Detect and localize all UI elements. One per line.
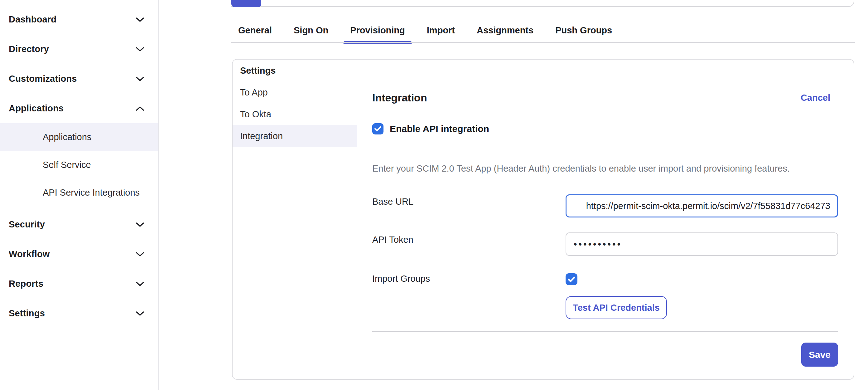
tab-general[interactable]: General — [231, 18, 279, 42]
sidebar-item-label: Applications — [9, 103, 64, 114]
sidebar-item-dashboard[interactable]: Dashboard — [0, 5, 158, 34]
chevron-down-icon — [135, 17, 144, 22]
base-url-input[interactable] — [565, 194, 838, 217]
import-groups-label: Import Groups — [372, 273, 565, 284]
sidebar-item-label: Security — [9, 219, 45, 230]
provisioning-card: Settings To App To Okta Integration Inte… — [232, 59, 854, 380]
sidebar: Dashboard Directory Customizations Appli… — [0, 0, 159, 390]
scrolled-header-bottom-edge — [231, 0, 854, 7]
sidebar-item-label: Workflow — [9, 249, 50, 259]
chevron-down-icon — [135, 281, 144, 287]
enable-api-integration-label: Enable API integration — [390, 124, 489, 134]
save-button[interactable]: Save — [801, 342, 838, 367]
sidebar-subitem-label: Self Service — [43, 160, 91, 170]
tab-assignments[interactable]: Assignments — [470, 18, 540, 42]
sidebar-item-customizations[interactable]: Customizations — [0, 64, 158, 94]
sidebar-item-workflow[interactable]: Workflow — [0, 239, 158, 269]
page-title: Integration — [372, 92, 427, 104]
sidebar-subitem-api-service-integrations[interactable]: API Service Integrations — [0, 179, 158, 207]
base-url-row: Base URL — [372, 194, 838, 217]
enable-api-integration-row: Enable API integration — [372, 123, 838, 134]
chevron-down-icon — [135, 222, 144, 227]
sidebar-subitem-label: Applications — [43, 132, 91, 142]
sidebar-item-applications[interactable]: Applications — [0, 94, 158, 123]
import-groups-row: Import Groups — [372, 273, 838, 285]
test-api-credentials-button[interactable]: Test API Credentials — [565, 296, 667, 319]
app-tab-bar: General Sign On Provisioning Import Assi… — [231, 18, 619, 42]
sidebar-subitem-self-service[interactable]: Self Service — [0, 151, 158, 179]
api-token-label: API Token — [372, 228, 565, 251]
test-credentials-row: Test API Credentials — [372, 296, 838, 319]
spacer — [372, 292, 565, 315]
sidebar-item-label: Customizations — [9, 73, 77, 84]
sidebar-subitem-label: API Service Integrations — [43, 187, 140, 198]
settings-nav-header: Settings — [232, 60, 357, 82]
form-footer-divider — [372, 331, 838, 332]
import-groups-checkbox[interactable] — [565, 273, 578, 285]
tab-sign-on[interactable]: Sign On — [287, 18, 335, 42]
checkmark-icon — [374, 126, 382, 132]
chevron-down-icon — [135, 47, 144, 52]
tab-push-groups[interactable]: Push Groups — [549, 18, 619, 42]
sidebar-item-reports[interactable]: Reports — [0, 269, 158, 299]
settings-nav-to-app[interactable]: To App — [232, 82, 357, 103]
sidebar-applications-submenu: Applications Self Service API Service In… — [0, 123, 158, 207]
base-url-label: Base URL — [372, 190, 565, 213]
sidebar-item-label: Reports — [9, 279, 43, 289]
settings-nav-integration[interactable]: Integration — [232, 125, 357, 147]
sidebar-item-settings[interactable]: Settings — [0, 299, 158, 328]
enable-api-integration-checkbox[interactable] — [372, 123, 383, 134]
settings-side-nav: Settings To App To Okta Integration — [232, 60, 357, 379]
api-token-row: API Token — [372, 233, 838, 256]
sidebar-item-directory[interactable]: Directory — [0, 34, 158, 64]
form-header: Integration Cancel — [372, 90, 838, 105]
okta-admin-provisioning-screen: Dashboard Directory Customizations Appli… — [0, 0, 868, 390]
chevron-down-icon — [135, 252, 144, 257]
sidebar-item-security[interactable]: Security — [0, 210, 158, 239]
tab-provisioning[interactable]: Provisioning — [343, 18, 412, 42]
chevron-down-icon — [135, 77, 144, 82]
sidebar-item-label: Dashboard — [9, 14, 56, 25]
sidebar-item-label: Directory — [9, 44, 49, 54]
tab-bar-divider — [231, 42, 855, 43]
chevron-up-icon — [135, 106, 144, 111]
integration-form: Integration Cancel Enable API integratio… — [357, 60, 854, 379]
tab-import[interactable]: Import — [420, 18, 462, 42]
sidebar-item-label: Settings — [9, 308, 45, 319]
cancel-link[interactable]: Cancel — [801, 93, 830, 103]
checkmark-icon — [567, 276, 576, 283]
api-token-input[interactable] — [565, 233, 838, 256]
settings-nav-to-okta[interactable]: To Okta — [232, 103, 357, 125]
active-top-tab-fragment[interactable] — [231, 0, 261, 7]
chevron-down-icon — [135, 311, 144, 316]
sidebar-subitem-applications[interactable]: Applications — [0, 123, 158, 151]
save-row: Save — [372, 342, 838, 367]
credentials-description: Enter your SCIM 2.0 Test App (Header Aut… — [372, 163, 838, 174]
